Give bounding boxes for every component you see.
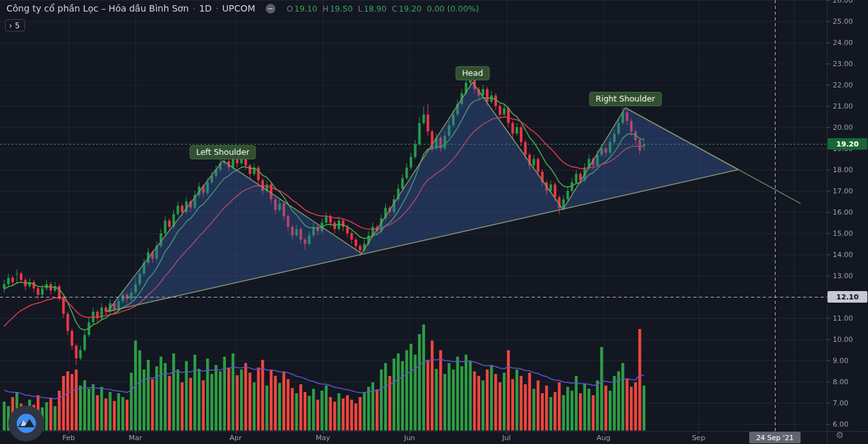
price-tick-label: 26.00 <box>833 0 853 4</box>
price-tick-label: 16.00 <box>833 208 853 217</box>
high-value: 19.50 <box>330 4 353 13</box>
high-label: H <box>322 4 328 13</box>
time-axis[interactable]: FebMarAprMayJunJulAugSepOct <box>0 431 827 444</box>
price-axis[interactable]: 26.0025.0024.0023.0022.0021.0020.0019.00… <box>827 0 868 444</box>
gear-icon[interactable]: ⚙ <box>834 429 846 441</box>
crosshair-date-badge: 24 Sep '21 <box>749 432 801 443</box>
month-label: Jul <box>502 434 510 442</box>
indicators-collapse-button[interactable]: › 5 <box>5 19 25 31</box>
price-tick-label: 17.00 <box>833 187 853 195</box>
crosshair-price-badge: 12.10 <box>828 291 867 303</box>
chart-window: Công ty cổ phần Lọc – Hóa dầu Bình Sơn ·… <box>0 0 868 444</box>
price-tick-label: 14.00 <box>833 251 853 259</box>
price-tick-label: 7.00 <box>833 399 849 407</box>
chevron-right-icon: › <box>9 21 12 30</box>
open-label: O <box>287 4 293 13</box>
price-tick-label: 25.00 <box>833 17 853 26</box>
symbol-name[interactable]: Công ty cổ phần Lọc – Hóa dầu Bình Sơn <box>6 3 189 13</box>
legend-separator: · <box>216 4 218 13</box>
open-value: 19.10 <box>294 4 317 13</box>
month-label: Apr <box>229 434 241 442</box>
close-value: 19.20 <box>399 4 422 13</box>
price-chart-canvas[interactable] <box>0 0 868 444</box>
price-tick-label: 22.00 <box>833 81 853 89</box>
interval-label[interactable]: 1D <box>199 3 212 13</box>
pattern-label-left-shoulder[interactable]: Left Shoulder <box>189 145 256 159</box>
change-value: 0.00 (0.00%) <box>427 4 479 13</box>
ohlc-readout: O19.10 H19.50 L18.90 C19.20 0.00 (0.00%) <box>287 4 479 13</box>
mountain-logo-icon <box>15 413 37 434</box>
price-tick-label: 23.00 <box>833 60 853 68</box>
last-price-badge: 19.20 <box>828 138 867 150</box>
month-label: Jun <box>404 434 415 442</box>
price-tick-label: 6.00 <box>833 420 849 429</box>
price-tick-label: 18.00 <box>833 166 853 174</box>
symbol-logo <box>8 405 44 441</box>
low-value: 18.90 <box>363 4 386 13</box>
pattern-label-head[interactable]: Head <box>456 66 490 80</box>
month-label: May <box>316 434 331 442</box>
price-tick-label: 15.00 <box>833 229 853 238</box>
month-label: Feb <box>62 434 74 442</box>
price-tick-label: 10.00 <box>833 335 853 344</box>
price-tick-label: 24.00 <box>833 39 853 47</box>
price-tick-label: 21.00 <box>833 102 853 111</box>
month-label: Sep <box>692 434 706 442</box>
price-tick-label: 9.00 <box>833 357 849 365</box>
price-tick-label: 8.00 <box>833 378 849 386</box>
price-tick-label: 20.00 <box>833 123 853 132</box>
price-tick-label: 11.00 <box>833 314 853 323</box>
month-label: Aug <box>596 434 610 442</box>
close-label: C <box>392 4 397 13</box>
indicators-count: 5 <box>15 21 20 30</box>
pattern-label-right-shoulder[interactable]: Right Shoulder <box>589 92 662 106</box>
exchange-label: UPCOM <box>222 3 256 13</box>
month-label: Mar <box>129 434 143 442</box>
legend-separator: · <box>193 4 195 13</box>
price-tick-label: 13.00 <box>833 272 853 280</box>
hide-legend-icon[interactable]: − <box>266 4 275 13</box>
low-label: L <box>358 4 362 13</box>
symbol-legend: Công ty cổ phần Lọc – Hóa dầu Bình Sơn ·… <box>6 3 479 13</box>
